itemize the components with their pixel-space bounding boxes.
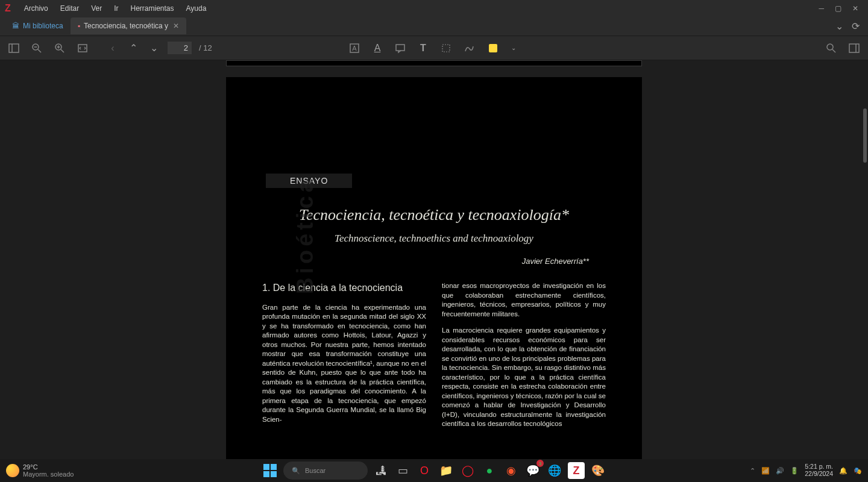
- highlight-tool-icon[interactable]: A: [348, 42, 361, 55]
- page-watermark: Bioética: [292, 176, 318, 294]
- zoom-fit-icon[interactable]: [76, 42, 89, 55]
- app-logo: Z: [5, 3, 11, 14]
- taskbar-app-explorer[interactable]: 📁: [438, 462, 454, 479]
- svg-rect-13: [442, 45, 450, 52]
- tabs-right-controls: ⌄ ⟳: [835, 20, 863, 32]
- annotation-color-indicator[interactable]: [489, 44, 497, 52]
- search-icon: 🔍: [292, 467, 300, 475]
- pdf-viewer[interactable]: Bioética ENSAYO Tecnociencia, tecnoética…: [0, 60, 868, 459]
- prev-page-edge: [226, 60, 642, 66]
- draw-tool-icon[interactable]: [462, 42, 476, 55]
- maximize-icon[interactable]: ▢: [835, 4, 841, 13]
- menu-ir[interactable]: Ir: [108, 4, 124, 13]
- section-heading: 1. De la ciencia a la tecnociencia: [262, 281, 426, 295]
- svg-line-15: [832, 49, 835, 52]
- svg-text:A: A: [352, 45, 357, 52]
- taskbar-app-paint[interactable]: 🎨: [590, 462, 606, 479]
- sync-icon[interactable]: ⟳: [852, 20, 860, 32]
- taskbar-app-chrome[interactable]: 🌐: [546, 462, 563, 479]
- svg-rect-12: [396, 45, 404, 51]
- article-columns: 1. De la ciencia a la tecnociencia Gran …: [262, 281, 606, 429]
- page-number-input[interactable]: [168, 42, 192, 54]
- pdf-icon: ▪: [78, 22, 80, 30]
- body-paragraph: tionar esos macroproyectos de investigac…: [442, 281, 606, 319]
- svg-rect-16: [849, 44, 859, 52]
- column-left: 1. De la ciencia a la tecnociencia Gran …: [262, 281, 426, 429]
- underline-tool-icon[interactable]: A: [371, 42, 384, 55]
- scrollbar-thumb[interactable]: [863, 108, 867, 163]
- svg-rect-0: [9, 44, 19, 52]
- tray-chevron-icon[interactable]: ⌃: [750, 467, 755, 475]
- tray-copilot-icon[interactable]: 🎭: [854, 467, 862, 475]
- system-tray: ⌃ 📶 🔊 🔋 5:21 p. m. 22/9/2024 🔔 🎭: [750, 463, 862, 477]
- taskbar-app-whatsapp[interactable]: 💬3: [524, 462, 541, 479]
- body-paragraph: La macrociencia requiere grandes equipam…: [442, 326, 606, 429]
- column-right: tionar esos macroproyectos de investigac…: [442, 281, 606, 429]
- area-tool-icon[interactable]: [439, 42, 453, 55]
- page-up-icon[interactable]: ⌃: [127, 42, 140, 55]
- page-total-label: / 12: [199, 43, 212, 52]
- taskbar-app-brave[interactable]: ◉: [503, 462, 520, 479]
- taskbar-clock[interactable]: 5:21 p. m. 22/9/2024: [805, 463, 833, 477]
- search-icon[interactable]: [825, 42, 838, 55]
- taskbar-app-taskview[interactable]: ▭: [394, 462, 411, 479]
- tab-library-label: Mi biblioteca: [23, 22, 63, 30]
- toolbar-center: A A T ⌄: [348, 42, 520, 55]
- taskbar-app-desktop[interactable]: 🏞: [373, 462, 389, 479]
- color-dropdown-icon[interactable]: ⌄: [507, 42, 520, 55]
- windows-taskbar: 29°C Mayorm. soleado 🔍 Buscar 🏞 ▭ O 📁 ◯ …: [0, 459, 868, 482]
- tabs-bar: 🏛 Mi biblioteca ▪ Tecnociencia, tecnoéti…: [0, 16, 868, 36]
- tab-document[interactable]: ▪ Tecnociencia, tecnoética y ✕: [71, 17, 186, 34]
- taskbar-app-opera[interactable]: O: [416, 462, 433, 479]
- page-nav-group: ‹ ⌃ ⌄ / 12: [106, 42, 212, 55]
- tray-notification-icon[interactable]: 🔔: [839, 467, 848, 475]
- weather-temp: 29°C: [23, 463, 74, 471]
- weather-desc: Mayorm. soleado: [23, 471, 74, 478]
- taskbar-search[interactable]: 🔍 Buscar: [283, 462, 368, 480]
- body-paragraph: Gran parte de la ciencia ha experimentad…: [262, 303, 426, 425]
- svg-point-14: [827, 44, 833, 50]
- tray-volume-icon[interactable]: 🔊: [776, 467, 784, 475]
- page-down-icon[interactable]: ⌄: [147, 42, 160, 55]
- svg-line-6: [61, 49, 64, 52]
- toolbar-right: [825, 42, 861, 55]
- clock-date: 22/9/2024: [805, 471, 833, 478]
- nav-back-icon[interactable]: ‹: [106, 42, 119, 55]
- weather-icon: [6, 464, 19, 477]
- menu-bar: Z Archivo Editar Ver Ir Herramientas Ayu…: [0, 0, 868, 16]
- tray-battery-icon[interactable]: 🔋: [790, 467, 799, 475]
- library-icon: 🏛: [12, 22, 19, 30]
- context-pane-icon[interactable]: [848, 42, 861, 55]
- taskbar-app-circle[interactable]: ◯: [459, 462, 476, 479]
- window-controls: ─ ▢ ✕: [819, 4, 863, 13]
- pdf-page: Bioética ENSAYO Tecnociencia, tecnoética…: [226, 77, 642, 459]
- menu-editar[interactable]: Editar: [54, 4, 85, 13]
- minimize-icon[interactable]: ─: [819, 4, 824, 13]
- tab-document-label: Tecnociencia, tecnoética y: [84, 22, 168, 30]
- taskbar-center: 🔍 Buscar 🏞 ▭ O 📁 ◯ ● ◉ 💬3 🌐 Z 🎨: [262, 462, 606, 480]
- chevron-down-icon[interactable]: ⌄: [835, 20, 843, 32]
- weather-text: 29°C Mayorm. soleado: [23, 463, 74, 478]
- page-container: Bioética ENSAYO Tecnociencia, tecnoética…: [226, 60, 642, 459]
- close-icon[interactable]: ✕: [852, 4, 858, 13]
- weather-widget[interactable]: 29°C Mayorm. soleado: [6, 463, 74, 478]
- taskbar-app-zotero[interactable]: Z: [568, 462, 585, 479]
- menu-herramientas[interactable]: Herramientas: [125, 4, 180, 13]
- reader-toolbar: ‹ ⌃ ⌄ / 12 A A T ⌄: [0, 36, 868, 60]
- svg-line-3: [38, 49, 41, 52]
- tab-library[interactable]: 🏛 Mi biblioteca: [5, 17, 71, 34]
- taskbar-app-spotify[interactable]: ●: [481, 462, 498, 479]
- sidebar-toggle-icon[interactable]: [7, 42, 20, 55]
- start-button[interactable]: [262, 462, 278, 479]
- tab-close-icon[interactable]: ✕: [173, 22, 179, 30]
- menu-ver[interactable]: Ver: [85, 4, 108, 13]
- zoom-in-icon[interactable]: [53, 42, 66, 55]
- search-placeholder: Buscar: [305, 467, 326, 474]
- menu-archivo[interactable]: Archivo: [18, 4, 54, 13]
- toolbar-left: ‹ ⌃ ⌄ / 12: [7, 42, 212, 55]
- text-tool-icon[interactable]: T: [417, 42, 430, 55]
- zoom-out-icon[interactable]: [30, 42, 43, 55]
- tray-wifi-icon[interactable]: 📶: [761, 467, 770, 475]
- note-tool-icon[interactable]: [394, 42, 407, 55]
- menu-ayuda[interactable]: Ayuda: [180, 4, 213, 13]
